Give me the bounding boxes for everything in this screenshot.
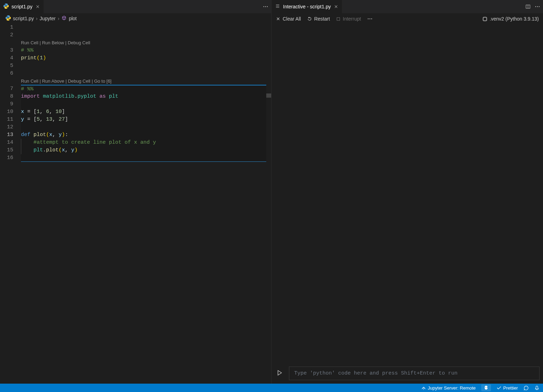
interactive-input[interactable]: Type 'python' code here and press Shift+… <box>289 367 540 380</box>
restart-button[interactable]: Restart <box>307 16 330 22</box>
minimap[interactable] <box>266 24 271 384</box>
code-line-3[interactable]: # %% <box>21 47 271 54</box>
clear-all-button[interactable]: Clear All <box>276 16 301 22</box>
svg-point-1 <box>265 6 266 7</box>
close-icon[interactable] <box>334 4 339 9</box>
breadcrumb[interactable]: script1.py › Jupyter › plot <box>0 13 271 24</box>
svg-point-13 <box>423 389 424 390</box>
more-icon[interactable] <box>263 4 268 9</box>
code-area[interactable]: Run Cell | Run Below | Debug Cell # %% p… <box>21 24 271 384</box>
code-line-13[interactable]: def plot(x, y): <box>21 131 271 139</box>
editor-tab-filename: script1.py <box>12 4 32 9</box>
editor-pane: script1.py script1.py › Jupyter › <box>0 0 272 384</box>
code-line-7[interactable]: # %% <box>21 85 271 93</box>
kernel-selector[interactable]: .venv2 (Python 3.9.13) <box>482 16 539 22</box>
code-line-4[interactable]: print(1) <box>21 54 271 62</box>
close-icon[interactable] <box>35 4 40 9</box>
svg-point-10 <box>370 18 370 19</box>
interactive-tabs-bar: Interactive - script1.py <box>272 0 543 13</box>
status-feedback <box>523 385 529 391</box>
interactive-icon <box>275 3 280 10</box>
interrupt-button: Interrupt <box>336 16 361 22</box>
editor-tab-script1[interactable]: script1.py <box>0 0 44 13</box>
svg-point-0 <box>263 6 264 7</box>
svg-rect-12 <box>483 17 486 20</box>
more-icon[interactable] <box>367 16 373 22</box>
method-icon <box>61 15 67 22</box>
code-line-15[interactable]: plt.plot(x, y) <box>21 146 271 154</box>
more-icon[interactable] <box>535 4 540 9</box>
status-copilot[interactable] <box>481 384 491 391</box>
interactive-output <box>272 24 543 363</box>
code-line-14[interactable]: #attempt to create line plot of x and y <box>21 139 271 146</box>
svg-point-2 <box>267 6 268 7</box>
svg-point-11 <box>371 18 372 19</box>
svg-rect-8 <box>337 17 340 20</box>
execute-button[interactable] <box>275 368 284 379</box>
line-gutter: 1 2 3 4 5 6 7 8 9 10 11 12 13 14 15 16 <box>0 24 21 384</box>
interactive-toolbar: Clear All Restart Interrupt .venv2 (Pyth <box>272 13 543 24</box>
split-editor-icon[interactable] <box>526 4 530 9</box>
interactive-pane: Interactive - script1.py Clea <box>272 0 543 384</box>
breadcrumb-file[interactable]: script1.py <box>13 16 34 21</box>
code-line-10[interactable]: x = [1, 6, 10] <box>21 108 271 116</box>
python-icon <box>3 3 9 10</box>
breadcrumb-symbol[interactable]: plot <box>69 16 77 21</box>
codelens-cell2[interactable]: Run Cell | Run Above | Debug Cell | Go t… <box>21 77 271 85</box>
status-prettier[interactable]: Prettier <box>497 385 518 391</box>
editor-tabs-bar: script1.py <box>0 0 271 13</box>
breadcrumb-scope[interactable]: Jupyter <box>40 16 56 21</box>
code-line-8[interactable]: import matplotlib.pyplot as plt <box>21 93 271 100</box>
interactive-input-row: Type 'python' code here and press Shift+… <box>272 363 543 384</box>
svg-point-5 <box>535 6 536 7</box>
chevron-right-icon: › <box>36 16 38 21</box>
minimap-slider[interactable] <box>266 93 271 98</box>
svg-point-9 <box>368 18 369 19</box>
svg-point-7 <box>539 6 540 7</box>
status-jupyter-server[interactable]: Jupyter Server: Remote <box>421 385 476 391</box>
svg-point-6 <box>537 6 538 7</box>
codelens-cell1[interactable]: Run Cell | Run Below | Debug Cell <box>21 39 271 47</box>
status-notifications[interactable] <box>534 385 540 391</box>
chevron-right-icon: › <box>58 16 60 21</box>
python-icon <box>6 15 11 22</box>
interactive-tab-title: Interactive - script1.py <box>283 4 331 9</box>
interactive-tab[interactable]: Interactive - script1.py <box>272 0 342 13</box>
editor-body[interactable]: 1 2 3 4 5 6 7 8 9 10 11 12 13 14 15 16 <box>0 24 271 384</box>
status-bar: Jupyter Server: Remote Prettier <box>0 384 543 392</box>
code-line-11[interactable]: y = [5, 13, 27] <box>21 116 271 123</box>
